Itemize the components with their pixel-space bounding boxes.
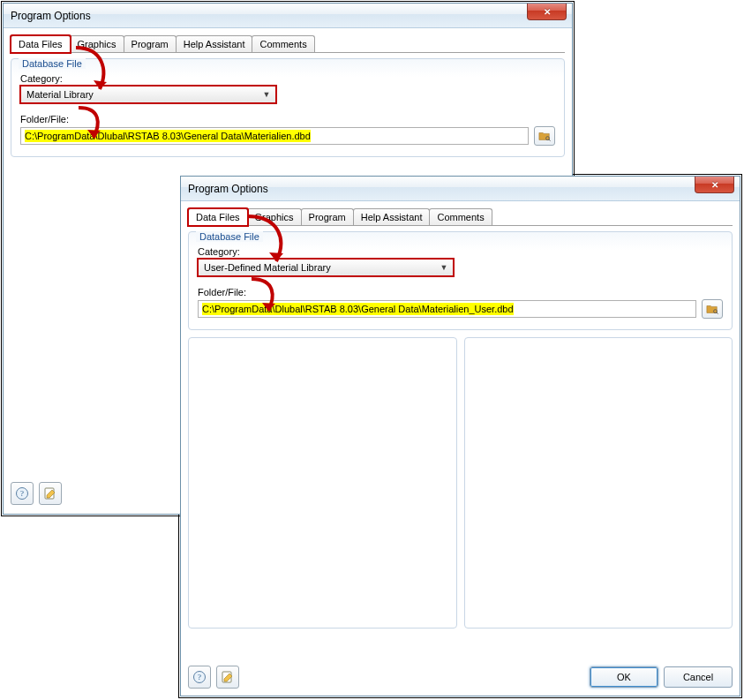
tab-graphics[interactable]: Graphics [247, 208, 302, 225]
svg-line-8 [717, 312, 718, 314]
edit-button[interactable] [216, 666, 239, 689]
svg-line-1 [549, 139, 551, 141]
tab-comments[interactable]: Comments [429, 208, 492, 225]
category-label: Category: [20, 73, 555, 84]
tab-label: Comments [437, 212, 484, 222]
tab-label: Help Assistant [184, 39, 245, 49]
left-panel [188, 337, 457, 628]
database-file-group: Database File Category: User-Defined Mat… [188, 231, 733, 330]
help-icon: ? [15, 486, 29, 501]
tab-graphics[interactable]: Graphics [70, 35, 124, 52]
edit-button[interactable] [39, 482, 62, 505]
folder-open-icon [706, 303, 718, 315]
folder-label: Folder/File: [198, 287, 723, 297]
window-title: Program Options [11, 10, 91, 22]
right-panel [464, 337, 733, 628]
tab-data-files[interactable]: Data Files [188, 208, 248, 226]
tab-help-assistant[interactable]: Help Assistant [353, 208, 431, 225]
database-file-group: Database File Category: Material Library… [11, 58, 565, 157]
folder-file-input[interactable]: C:\ProgramData\Dlubal\RSTAB 8.03\General… [198, 300, 696, 318]
cancel-button[interactable]: Cancel [664, 666, 733, 688]
ok-button[interactable]: OK [590, 666, 658, 688]
tab-label: Comments [259, 39, 306, 49]
folder-label: Folder/File: [20, 114, 555, 124]
chevron-down-icon: ▼ [437, 263, 451, 272]
titlebar: Program Options [181, 177, 740, 201]
browse-button[interactable] [534, 126, 555, 146]
window-title: Program Options [188, 183, 268, 195]
tab-label: Data Files [19, 39, 63, 49]
tab-program[interactable]: Program [124, 35, 177, 52]
help-icon: ? [192, 670, 207, 684]
tab-label: Program [132, 39, 169, 49]
tab-data-files[interactable]: Data Files [11, 35, 71, 53]
group-legend: Database File [196, 231, 263, 242]
browse-button[interactable] [702, 299, 723, 319]
tab-label: Help Assistant [361, 212, 423, 222]
category-dropdown[interactable]: User-Defined Material Library ▼ [198, 259, 454, 276]
edit-icon [43, 486, 57, 501]
tab-label: Program [309, 212, 346, 222]
tab-strip: Data Files Graphics Program Help Assista… [188, 208, 733, 226]
button-label: Cancel [683, 672, 713, 682]
tab-comments[interactable]: Comments [252, 35, 314, 52]
category-dropdown[interactable]: Material Library ▼ [20, 86, 276, 103]
category-label: Category: [198, 246, 723, 257]
close-button[interactable] [695, 177, 734, 193]
tab-strip: Data Files Graphics Program Help Assista… [11, 35, 565, 53]
edit-icon [221, 670, 235, 684]
tab-label: Graphics [255, 212, 294, 222]
program-options-window-2: Program Options Data Files Graphics Prog… [180, 176, 740, 696]
tab-program[interactable]: Program [301, 208, 354, 225]
combo-value: User-Defined Material Library [204, 262, 331, 273]
titlebar: Program Options [4, 4, 572, 28]
tab-help-assistant[interactable]: Help Assistant [176, 35, 253, 52]
tab-label: Data Files [196, 212, 240, 222]
group-legend: Database File [19, 58, 86, 69]
close-button[interactable] [527, 4, 567, 20]
tab-label: Graphics [78, 39, 116, 49]
folder-open-icon [538, 130, 551, 142]
folder-file-value: C:\ProgramData\Dlubal\RSTAB 8.03\General… [25, 130, 311, 142]
combo-value: Material Library [26, 89, 94, 100]
svg-text:?: ? [198, 673, 201, 681]
folder-file-input[interactable]: C:\ProgramData\Dlubal\RSTAB 8.03\General… [20, 127, 529, 145]
help-button[interactable]: ? [11, 482, 34, 505]
chevron-down-icon: ▼ [259, 90, 274, 99]
folder-file-value: C:\ProgramData\Dlubal\RSTAB 8.03\General… [202, 303, 514, 315]
svg-text:?: ? [20, 489, 24, 498]
button-label: OK [617, 672, 631, 682]
help-button[interactable]: ? [188, 666, 211, 689]
